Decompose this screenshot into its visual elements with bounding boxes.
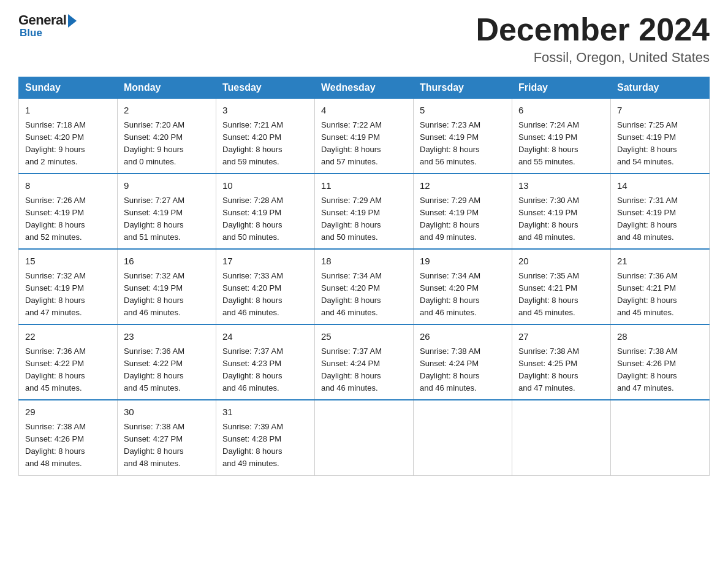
day-info: Sunrise: 7:21 AMSunset: 4:20 PMDaylight:… <box>222 120 283 166</box>
calendar-cell: 22 Sunrise: 7:36 AMSunset: 4:22 PMDaylig… <box>19 324 118 400</box>
calendar-cell: 4 Sunrise: 7:22 AMSunset: 4:19 PMDayligh… <box>315 99 414 174</box>
day-number: 1 <box>25 104 111 118</box>
logo-blue-text: Blue <box>20 27 42 39</box>
day-number: 12 <box>420 179 506 193</box>
logo: General Blue <box>18 12 77 39</box>
day-info: Sunrise: 7:36 AMSunset: 4:22 PMDaylight:… <box>25 347 86 393</box>
calendar-cell: 24 Sunrise: 7:37 AMSunset: 4:23 PMDaylig… <box>216 324 315 400</box>
day-number: 5 <box>420 104 506 118</box>
day-number: 16 <box>124 255 210 269</box>
calendar-week-row: 29 Sunrise: 7:38 AMSunset: 4:26 PMDaylig… <box>19 400 710 475</box>
day-number: 11 <box>321 179 407 193</box>
day-info: Sunrise: 7:31 AMSunset: 4:19 PMDaylight:… <box>617 196 678 242</box>
day-info: Sunrise: 7:34 AMSunset: 4:20 PMDaylight:… <box>420 271 480 317</box>
day-number: 10 <box>222 179 308 193</box>
calendar-cell: 3 Sunrise: 7:21 AMSunset: 4:20 PMDayligh… <box>216 99 315 174</box>
day-number: 21 <box>617 255 703 269</box>
day-number: 27 <box>518 330 604 344</box>
day-number: 13 <box>518 179 604 193</box>
day-number: 26 <box>420 330 506 344</box>
day-info: Sunrise: 7:37 AMSunset: 4:24 PMDaylight:… <box>321 347 382 393</box>
calendar-cell <box>315 400 414 475</box>
day-info: Sunrise: 7:28 AMSunset: 4:19 PMDaylight:… <box>222 196 283 242</box>
calendar-cell: 17 Sunrise: 7:33 AMSunset: 4:20 PMDaylig… <box>216 249 315 324</box>
day-number: 22 <box>25 330 111 344</box>
day-of-week-header: Saturday <box>611 77 710 99</box>
calendar-cell: 7 Sunrise: 7:25 AMSunset: 4:19 PMDayligh… <box>611 99 710 174</box>
month-title: December 2024 <box>476 12 710 47</box>
day-number: 19 <box>420 255 506 269</box>
calendar-cell: 8 Sunrise: 7:26 AMSunset: 4:19 PMDayligh… <box>19 174 118 249</box>
day-info: Sunrise: 7:38 AMSunset: 4:25 PMDaylight:… <box>518 347 579 393</box>
day-number: 28 <box>617 330 703 344</box>
day-number: 23 <box>124 330 210 344</box>
calendar-cell: 18 Sunrise: 7:34 AMSunset: 4:20 PMDaylig… <box>315 249 414 324</box>
day-info: Sunrise: 7:22 AMSunset: 4:19 PMDaylight:… <box>321 120 382 166</box>
calendar-cell: 13 Sunrise: 7:30 AMSunset: 4:19 PMDaylig… <box>512 174 611 249</box>
calendar-cell: 2 Sunrise: 7:20 AMSunset: 4:20 PMDayligh… <box>118 99 216 174</box>
day-number: 14 <box>617 179 703 193</box>
day-info: Sunrise: 7:30 AMSunset: 4:19 PMDaylight:… <box>518 196 579 242</box>
page-header: General Blue December 2024 Fossil, Orego… <box>18 12 710 66</box>
calendar-cell: 12 Sunrise: 7:29 AMSunset: 4:19 PMDaylig… <box>414 174 512 249</box>
calendar-cell: 28 Sunrise: 7:38 AMSunset: 4:26 PMDaylig… <box>611 324 710 400</box>
day-of-week-header: Tuesday <box>216 77 315 99</box>
day-info: Sunrise: 7:20 AMSunset: 4:20 PMDaylight:… <box>124 120 184 166</box>
calendar-week-row: 1 Sunrise: 7:18 AMSunset: 4:20 PMDayligh… <box>19 99 710 174</box>
logo-general-text: General <box>18 12 66 28</box>
day-number: 31 <box>222 405 308 419</box>
day-info: Sunrise: 7:35 AMSunset: 4:21 PMDaylight:… <box>518 271 579 317</box>
calendar-cell: 29 Sunrise: 7:38 AMSunset: 4:26 PMDaylig… <box>19 400 118 475</box>
calendar-cell: 6 Sunrise: 7:24 AMSunset: 4:19 PMDayligh… <box>512 99 611 174</box>
calendar-table: SundayMondayTuesdayWednesdayThursdayFrid… <box>18 77 710 475</box>
day-number: 6 <box>518 104 604 118</box>
calendar-cell: 20 Sunrise: 7:35 AMSunset: 4:21 PMDaylig… <box>512 249 611 324</box>
calendar-cell: 15 Sunrise: 7:32 AMSunset: 4:19 PMDaylig… <box>19 249 118 324</box>
calendar-week-row: 22 Sunrise: 7:36 AMSunset: 4:22 PMDaylig… <box>19 324 710 400</box>
day-info: Sunrise: 7:18 AMSunset: 4:20 PMDaylight:… <box>25 120 86 166</box>
day-info: Sunrise: 7:36 AMSunset: 4:21 PMDaylight:… <box>617 271 678 317</box>
day-info: Sunrise: 7:32 AMSunset: 4:19 PMDaylight:… <box>124 271 184 317</box>
day-info: Sunrise: 7:39 AMSunset: 4:28 PMDaylight:… <box>222 422 283 468</box>
day-info: Sunrise: 7:33 AMSunset: 4:20 PMDaylight:… <box>222 271 283 317</box>
day-info: Sunrise: 7:27 AMSunset: 4:19 PMDaylight:… <box>124 196 184 242</box>
day-info: Sunrise: 7:32 AMSunset: 4:19 PMDaylight:… <box>25 271 86 317</box>
day-number: 30 <box>124 405 210 419</box>
calendar-cell: 30 Sunrise: 7:38 AMSunset: 4:27 PMDaylig… <box>118 400 216 475</box>
day-info: Sunrise: 7:36 AMSunset: 4:22 PMDaylight:… <box>124 347 184 393</box>
day-of-week-header: Wednesday <box>315 77 414 99</box>
day-info: Sunrise: 7:24 AMSunset: 4:19 PMDaylight:… <box>518 120 579 166</box>
day-info: Sunrise: 7:38 AMSunset: 4:27 PMDaylight:… <box>124 422 184 468</box>
day-number: 18 <box>321 255 407 269</box>
calendar-cell: 26 Sunrise: 7:38 AMSunset: 4:24 PMDaylig… <box>414 324 512 400</box>
calendar-cell: 14 Sunrise: 7:31 AMSunset: 4:19 PMDaylig… <box>611 174 710 249</box>
day-info: Sunrise: 7:25 AMSunset: 4:19 PMDaylight:… <box>617 120 678 166</box>
calendar-cell: 16 Sunrise: 7:32 AMSunset: 4:19 PMDaylig… <box>118 249 216 324</box>
day-info: Sunrise: 7:38 AMSunset: 4:26 PMDaylight:… <box>617 347 678 393</box>
logo-arrow-icon <box>68 14 77 28</box>
day-of-week-header: Friday <box>512 77 611 99</box>
day-info: Sunrise: 7:38 AMSunset: 4:24 PMDaylight:… <box>420 347 480 393</box>
day-info: Sunrise: 7:37 AMSunset: 4:23 PMDaylight:… <box>222 347 283 393</box>
day-of-week-header: Thursday <box>414 77 512 99</box>
day-number: 17 <box>222 255 308 269</box>
day-number: 3 <box>222 104 308 118</box>
calendar-cell: 25 Sunrise: 7:37 AMSunset: 4:24 PMDaylig… <box>315 324 414 400</box>
calendar-cell <box>512 400 611 475</box>
calendar-cell: 9 Sunrise: 7:27 AMSunset: 4:19 PMDayligh… <box>118 174 216 249</box>
location-subtitle: Fossil, Oregon, United States <box>476 50 710 66</box>
day-info: Sunrise: 7:23 AMSunset: 4:19 PMDaylight:… <box>420 120 480 166</box>
day-number: 2 <box>124 104 210 118</box>
calendar-cell: 10 Sunrise: 7:28 AMSunset: 4:19 PMDaylig… <box>216 174 315 249</box>
day-info: Sunrise: 7:29 AMSunset: 4:19 PMDaylight:… <box>420 196 480 242</box>
day-number: 20 <box>518 255 604 269</box>
day-number: 29 <box>25 405 111 419</box>
calendar-cell: 5 Sunrise: 7:23 AMSunset: 4:19 PMDayligh… <box>414 99 512 174</box>
calendar-cell <box>414 400 512 475</box>
day-info: Sunrise: 7:26 AMSunset: 4:19 PMDaylight:… <box>25 196 86 242</box>
calendar-week-row: 15 Sunrise: 7:32 AMSunset: 4:19 PMDaylig… <box>19 249 710 324</box>
day-info: Sunrise: 7:34 AMSunset: 4:20 PMDaylight:… <box>321 271 382 317</box>
day-number: 15 <box>25 255 111 269</box>
day-of-week-header: Monday <box>118 77 216 99</box>
day-number: 4 <box>321 104 407 118</box>
